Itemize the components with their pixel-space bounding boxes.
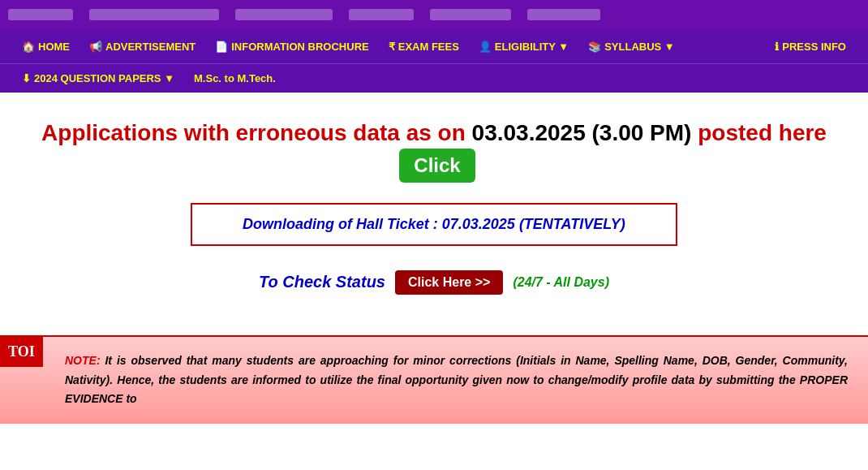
nav-syllabus-label: SYLLABUS ▼ xyxy=(604,41,675,53)
alldays-text: (24/7 - All Days) xyxy=(513,275,609,290)
hall-ticket-text: Downloading of Hall Ticket : 07.03.2025 … xyxy=(243,216,625,232)
blur-item-4 xyxy=(349,9,414,20)
nav-advertisement-label: ADVERTISEMENT xyxy=(105,41,196,53)
nav-advertisement[interactable]: 📢 ADVERTISEMENT xyxy=(79,29,205,63)
nav-home-label: HOME xyxy=(38,41,70,53)
blur-item-3 xyxy=(235,9,333,20)
nav-press-info-label: PRESS INFO xyxy=(782,41,846,53)
top-nav-blur xyxy=(0,0,868,29)
nav-question-papers[interactable]: ⬇ 2024 QUESTION PAPERS ▼ xyxy=(12,64,184,93)
blur-item-5 xyxy=(430,9,511,20)
eligibility-icon: 👤 xyxy=(479,41,492,53)
nav-eligibility[interactable]: 👤 ELIGIBILITY ▼ xyxy=(469,29,578,63)
nav-information-brochure[interactable]: 📄 INFORMATION BROCHURE xyxy=(205,29,378,63)
status-label: To Check Status xyxy=(259,273,385,291)
nav-home[interactable]: 🏠 HOME xyxy=(12,29,79,63)
toi-badge: TOI xyxy=(0,337,43,367)
nav-eligibility-label: ELIGIBILITY ▼ xyxy=(495,41,569,53)
note-label: NOTE: xyxy=(65,354,105,367)
syllabus-icon: 📚 xyxy=(588,41,601,53)
heading-date: 03.03.2025 (3.00 PM) xyxy=(472,120,692,145)
note-text: NOTE: It is observed that many students … xyxy=(20,351,848,409)
nav-exam-fees[interactable]: ₹ EXAM FEES xyxy=(379,29,469,63)
download-icon: ⬇ xyxy=(22,72,31,84)
nav-msc-mtech[interactable]: M.Sc. to M.Tech. xyxy=(184,64,286,93)
fees-icon: ₹ xyxy=(389,41,395,53)
hall-ticket-box: Downloading of Hall Ticket : 07.03.2025 … xyxy=(191,203,677,246)
note-body: It is observed that many students are ap… xyxy=(65,354,848,406)
click-button[interactable]: Click xyxy=(399,149,475,183)
blur-item-2 xyxy=(89,9,219,20)
nav-msc-mtech-label: M.Sc. to M.Tech. xyxy=(194,72,276,84)
info-icon: ℹ xyxy=(775,41,779,53)
nav-fees-label: EXAM FEES xyxy=(398,41,459,53)
secondary-nav: ⬇ 2024 QUESTION PAPERS ▼ M.Sc. to M.Tech… xyxy=(0,63,868,93)
click-here-button[interactable]: Click Here >> xyxy=(395,270,503,295)
note-section: TOI NOTE: It is observed that many stude… xyxy=(0,335,868,424)
heading-part1: Applications with erroneous data as on xyxy=(41,120,472,145)
content-area: Applications with erroneous data as on 0… xyxy=(0,93,868,335)
main-heading: Applications with erroneous data as on 0… xyxy=(32,117,836,183)
status-row: To Check Status Click Here >> (24/7 - Al… xyxy=(32,270,836,295)
blur-item-6 xyxy=(527,9,600,20)
nav-question-papers-label: 2024 QUESTION PAPERS ▼ xyxy=(34,72,174,84)
main-nav: 🏠 HOME 📢 ADVERTISEMENT 📄 INFORMATION BRO… xyxy=(0,29,868,63)
blur-item-1 xyxy=(8,9,73,20)
home-icon: 🏠 xyxy=(22,41,35,53)
advertisement-icon: 📢 xyxy=(89,41,102,53)
nav-syllabus[interactable]: 📚 SYLLABUS ▼ xyxy=(578,29,685,63)
brochure-icon: 📄 xyxy=(215,41,228,53)
heading-part2: posted here xyxy=(691,120,826,145)
nav-press-info[interactable]: ℹ PRESS INFO xyxy=(765,29,856,63)
nav-brochure-label: INFORMATION BROCHURE xyxy=(231,41,368,53)
